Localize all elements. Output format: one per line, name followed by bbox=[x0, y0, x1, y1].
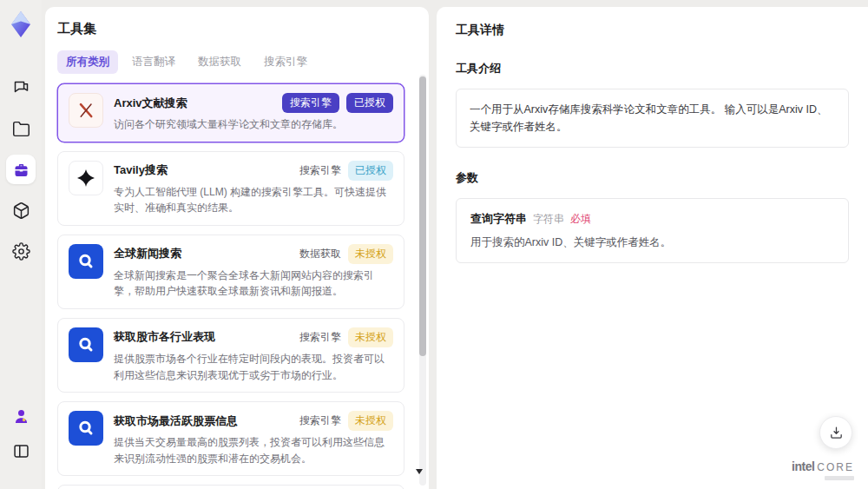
app-logo-icon bbox=[8, 10, 34, 38]
tool-card[interactable]: 全球新闻搜索 数据获取 未授权 全球新闻搜索是一个聚合全球各大新闻网站内容的搜索… bbox=[57, 235, 404, 309]
scroll-down-arrow-icon[interactable] bbox=[416, 469, 423, 474]
briefcase-icon bbox=[12, 161, 30, 179]
category-tab[interactable]: 所有类别 bbox=[57, 50, 118, 74]
user-avatar-icon bbox=[12, 407, 30, 426]
core-logo-text: core bbox=[817, 462, 854, 472]
page-title: 工具集 bbox=[57, 21, 417, 37]
sidebar-rail bbox=[0, 0, 42, 489]
sidebar-item-files[interactable] bbox=[6, 114, 36, 143]
params-heading: 参数 bbox=[456, 170, 849, 186]
list-scrollbar[interactable] bbox=[419, 75, 426, 486]
tool-title: Arxiv文献搜索 bbox=[114, 96, 187, 111]
scrollbar-thumb[interactable] bbox=[419, 76, 426, 356]
download-icon bbox=[829, 426, 844, 440]
tool-desc: 访问各个研究领域大量科学论文和文章的存储库。 bbox=[114, 116, 393, 133]
cube-icon bbox=[12, 202, 30, 220]
param-desc: 用于搜索的Arxiv ID、关键字或作者姓名。 bbox=[470, 235, 834, 250]
sidebar-item-tools[interactable] bbox=[6, 155, 36, 184]
tool-title: Tavily搜索 bbox=[114, 162, 168, 178]
search-logo-icon bbox=[69, 244, 103, 279]
tool-card[interactable]: Arxiv文献搜索 搜索引擎 已授权 访问各个研究领域大量科学论文和文章的存储库… bbox=[57, 83, 404, 142]
arxiv-logo-icon bbox=[69, 93, 103, 128]
intel-core-logo: intel core bbox=[792, 460, 854, 480]
tool-status-badge: 未授权 bbox=[348, 411, 393, 431]
chat-icon bbox=[12, 79, 30, 97]
tool-card[interactable]: 获取市场最活跃股票信息 搜索引擎 未授权 提供当天交易量最高的股票列表，投资者可… bbox=[57, 401, 404, 476]
gear-icon bbox=[12, 242, 30, 261]
tool-title: 全球新闻搜索 bbox=[114, 246, 181, 261]
tool-title: 获取市场最活跃股票信息 bbox=[114, 413, 238, 429]
param-required-badge: 必填 bbox=[570, 212, 591, 227]
intro-box: 一个用于从Arxiv存储库搜索科学论文和文章的工具。 输入可以是Arxiv ID… bbox=[456, 89, 849, 148]
tool-category-badge: 搜索引擎 bbox=[282, 93, 339, 113]
sidebar-item-collapse[interactable] bbox=[6, 436, 36, 466]
detail-title: 工具详情 bbox=[456, 23, 849, 38]
category-tab[interactable]: 数据获取 bbox=[189, 50, 250, 74]
tool-desc: 全球新闻搜索是一个聚合全球各大新闻网站内容的搜索引擎，帮助用户快速获取全球最新资… bbox=[114, 268, 393, 300]
intel-logo-text: intel bbox=[792, 460, 814, 472]
tool-card[interactable]: Tavily搜索 搜索引擎 已授权 专为人工智能代理 (LLM) 构建的搜索引擎… bbox=[57, 151, 404, 226]
intro-heading: 工具介绍 bbox=[456, 61, 849, 76]
tool-detail-panel: 工具详情 工具介绍 一个用于从Arxiv存储库搜索科学论文和文章的工具。 输入可… bbox=[437, 7, 868, 489]
search-logo-icon bbox=[69, 411, 103, 446]
tool-category-badge: 搜索引擎 bbox=[299, 413, 341, 428]
tavily-logo-icon bbox=[69, 161, 103, 195]
tool-desc: 提供当天交易量最高的股票列表，投资者可以利用这些信息来识别流动性强的股票和潜在的… bbox=[114, 434, 393, 466]
tool-list: Arxiv文献搜索 搜索引擎 已授权 访问各个研究领域大量科学论文和文章的存储库… bbox=[57, 83, 417, 489]
category-tab[interactable]: 搜索引擎 bbox=[255, 50, 316, 74]
tool-card[interactable]: 万维地区新闻查询 搜索引擎 未授权 查询具体行政区划内的新闻，快速了解各地新闻动 bbox=[57, 485, 404, 489]
tool-title: 获取股市各行业表现 bbox=[114, 329, 215, 345]
sidebar-item-chat[interactable] bbox=[6, 73, 36, 102]
parameter-card: 查询字符串 字符串 必填 用于搜索的Arxiv ID、关键字或作者姓名。 bbox=[456, 198, 849, 263]
sidebar-item-account[interactable] bbox=[6, 401, 36, 431]
search-logo-icon bbox=[69, 327, 103, 362]
param-type: 字符串 bbox=[533, 212, 564, 227]
tool-status-badge: 未授权 bbox=[348, 244, 393, 264]
tool-status-badge: 已授权 bbox=[346, 93, 393, 113]
tool-status-badge: 已授权 bbox=[348, 161, 393, 181]
tool-category-badge: 搜索引擎 bbox=[299, 163, 341, 178]
folder-icon bbox=[12, 120, 30, 138]
sidebar-item-plugins[interactable] bbox=[6, 195, 36, 225]
tool-status-badge: 未授权 bbox=[348, 327, 393, 347]
tool-list-panel: 工具集 所有类别 语言翻译 数据获取 搜索引擎 Arxiv文献搜索 搜索引擎 已… bbox=[45, 7, 429, 489]
category-tab[interactable]: 语言翻译 bbox=[123, 50, 184, 74]
tool-card[interactable]: 获取股市各行业表现 搜索引擎 未授权 提供股票市场各个行业在特定时间段内的表现。… bbox=[57, 318, 404, 393]
panel-layout-icon bbox=[12, 442, 30, 460]
category-tabs: 所有类别 语言翻译 数据获取 搜索引擎 bbox=[57, 50, 417, 74]
tool-category-badge: 数据获取 bbox=[299, 247, 341, 261]
tool-desc: 提供股票市场各个行业在特定时间段内的表现。投资者可以利用这些信息来识别表现优于或… bbox=[114, 351, 393, 383]
sidebar-item-settings[interactable] bbox=[6, 236, 36, 266]
download-button[interactable] bbox=[819, 416, 852, 449]
tool-category-badge: 搜索引擎 bbox=[299, 330, 341, 345]
tool-desc: 专为人工智能代理 (LLM) 构建的搜索引擎工具。可快速提供实时、准确和真实的结… bbox=[114, 184, 393, 216]
intel-logo-sub-bar bbox=[825, 476, 854, 480]
param-name: 查询字符串 bbox=[470, 211, 527, 227]
